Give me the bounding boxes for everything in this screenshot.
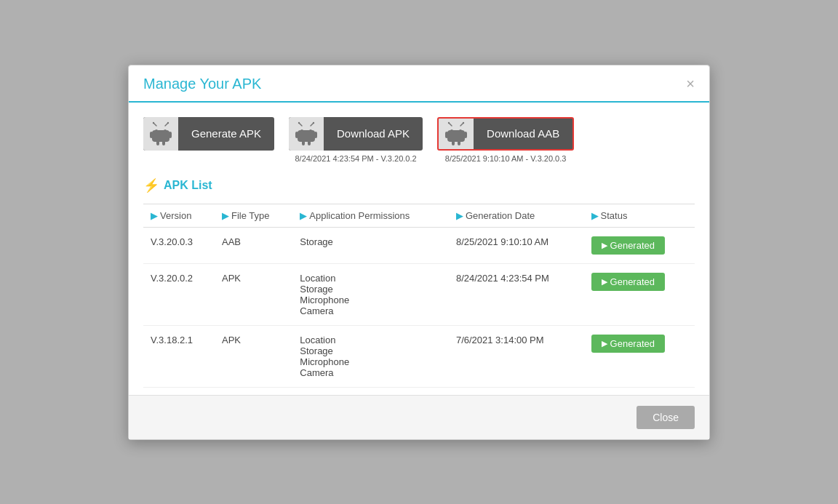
download-apk-label: Download APK xyxy=(324,127,423,140)
cell-permissions: LocationStorageMicrophoneCamera xyxy=(292,325,449,387)
modal-footer: Close xyxy=(129,395,709,439)
modal-header: Manage Your APK × xyxy=(129,65,709,103)
svg-point-31 xyxy=(448,121,450,123)
svg-point-9 xyxy=(153,121,154,123)
cell-gen-date: 8/24/2021 4:23:54 PM xyxy=(449,263,584,325)
table-row: V.3.20.0.2APKLocationStorageMicrophoneCa… xyxy=(143,263,695,325)
status-badge: ▶ Generated xyxy=(591,335,665,353)
svg-point-32 xyxy=(463,121,464,123)
close-icon[interactable]: × xyxy=(686,76,695,91)
cell-permissions: LocationStorageMicrophoneCamera xyxy=(292,263,449,325)
table-header-row: ▶Version ▶File Type ▶Application Permiss… xyxy=(143,204,695,227)
svg-point-21 xyxy=(313,121,314,123)
modal-title: Manage Your APK xyxy=(143,76,261,92)
badge-arrow-icon: ▶ xyxy=(602,339,607,348)
svg-rect-14 xyxy=(295,132,298,138)
android-icon-3 xyxy=(444,121,468,146)
download-aab-subtitle: 8/25/2021 9:10:10 AM - V.3.20.0.3 xyxy=(445,154,567,163)
svg-rect-2 xyxy=(152,130,169,142)
cell-file-type: AAB xyxy=(215,227,292,263)
svg-point-20 xyxy=(298,121,300,123)
svg-rect-6 xyxy=(162,140,165,145)
action-buttons: Generate APK xyxy=(143,117,695,163)
table-row: V.3.20.0.3AABStorage8/25/2021 9:10:10 AM… xyxy=(143,227,695,263)
cell-gen-date: 7/6/2021 3:14:00 PM xyxy=(449,325,584,387)
modal-container: Manage Your APK × xyxy=(128,65,710,440)
col-header-version: ▶Version xyxy=(143,204,215,227)
android-icon-2 xyxy=(295,121,318,146)
cell-version: V.3.18.2.1 xyxy=(143,325,215,387)
status-badge: ▶ Generated xyxy=(591,236,665,255)
download-aab-button[interactable]: Download AAB xyxy=(437,117,574,151)
download-apk-wrap: Download APK 8/24/2021 4:23:54 PM - V.3.… xyxy=(289,117,423,163)
download-aab-wrap: Download AAB 8/25/2021 9:10:10 AM - V.3.… xyxy=(437,117,574,163)
col-header-status: ▶Status xyxy=(584,204,695,227)
svg-rect-15 xyxy=(314,132,317,138)
close-button[interactable]: Close xyxy=(637,406,695,429)
svg-rect-5 xyxy=(156,140,159,145)
svg-point-10 xyxy=(167,121,169,123)
svg-rect-3 xyxy=(150,132,153,138)
col-header-file-type: ▶File Type xyxy=(215,204,292,227)
svg-rect-4 xyxy=(169,132,172,138)
col-header-permissions: ▶Application Permissions xyxy=(292,204,449,227)
table-row: V.3.18.2.1APKLocationStorageMicrophoneCa… xyxy=(143,325,695,387)
svg-rect-25 xyxy=(445,132,448,138)
cell-version: V.3.20.0.3 xyxy=(143,227,215,263)
cell-permissions: Storage xyxy=(292,227,449,263)
generate-apk-label: Generate APK xyxy=(178,127,274,140)
svg-rect-13 xyxy=(298,130,315,142)
lightning-icon: ⚡ xyxy=(143,177,159,193)
download-apk-subtitle: 8/24/2021 4:23:54 PM - V.3.20.0.2 xyxy=(295,154,416,163)
svg-rect-26 xyxy=(464,132,467,138)
cell-status: ▶ Generated xyxy=(584,325,695,387)
download-apk-button[interactable]: Download APK xyxy=(289,117,423,151)
svg-rect-28 xyxy=(458,140,460,145)
badge-arrow-icon: ▶ xyxy=(602,277,607,287)
col-header-gen-date: ▶Generation Date xyxy=(449,204,584,227)
apk-table: ▶Version ▶File Type ▶Application Permiss… xyxy=(143,204,695,388)
download-apk-icon-area xyxy=(289,117,324,151)
generate-apk-icon-area xyxy=(143,117,178,151)
download-aab-icon-area xyxy=(439,117,474,151)
cell-version: V.3.20.0.2 xyxy=(143,263,215,325)
cell-file-type: APK xyxy=(215,325,292,387)
modal-body: Generate APK xyxy=(129,103,709,388)
generate-apk-button[interactable]: Generate APK xyxy=(143,117,274,151)
svg-rect-24 xyxy=(447,130,465,142)
download-aab-label: Download AAB xyxy=(474,127,572,140)
cell-gen-date: 8/25/2021 9:10:10 AM xyxy=(449,227,584,263)
status-badge: ▶ Generated xyxy=(591,273,665,291)
svg-rect-16 xyxy=(302,140,305,145)
svg-rect-17 xyxy=(308,140,311,145)
generate-apk-wrap: Generate APK xyxy=(143,117,274,151)
cell-status: ▶ Generated xyxy=(584,263,695,325)
apk-list-label: APK List xyxy=(164,179,212,192)
cell-file-type: APK xyxy=(215,263,292,325)
svg-rect-27 xyxy=(452,140,455,145)
cell-status: ▶ Generated xyxy=(584,227,695,263)
badge-arrow-icon: ▶ xyxy=(602,241,607,250)
apk-list-section-title: ⚡ APK List xyxy=(143,177,695,193)
android-icon xyxy=(149,121,172,146)
